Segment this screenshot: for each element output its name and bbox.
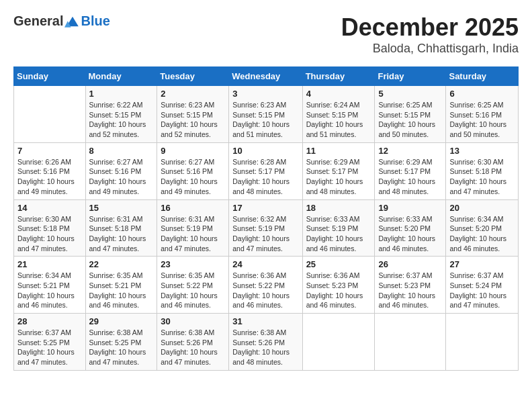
calendar-cell: 21Sunrise: 6:34 AM Sunset: 5:21 PM Dayli… — [14, 257, 86, 314]
logo-blue: Blue — [81, 13, 109, 29]
calendar-cell: 3Sunrise: 6:23 AM Sunset: 5:15 PM Daylig… — [229, 86, 302, 143]
weekday-header: Wednesday — [229, 67, 302, 86]
day-info: Sunrise: 6:37 AM Sunset: 5:24 PM Dayligh… — [449, 271, 515, 310]
calendar-cell: 10Sunrise: 6:28 AM Sunset: 5:17 PM Dayli… — [229, 142, 302, 199]
calendar-cell: 19Sunrise: 6:33 AM Sunset: 5:20 PM Dayli… — [375, 199, 446, 257]
day-info: Sunrise: 6:35 AM Sunset: 5:22 PM Dayligh… — [161, 271, 225, 310]
day-info: Sunrise: 6:25 AM Sunset: 5:15 PM Dayligh… — [378, 100, 442, 140]
day-number: 9 — [161, 146, 225, 156]
day-info: Sunrise: 6:37 AM Sunset: 5:25 PM Dayligh… — [17, 328, 82, 367]
day-number: 5 — [378, 89, 442, 99]
day-info: Sunrise: 6:27 AM Sunset: 5:16 PM Dayligh… — [161, 157, 225, 197]
calendar-cell: 9Sunrise: 6:27 AM Sunset: 5:16 PM Daylig… — [157, 142, 229, 199]
calendar-cell: 20Sunrise: 6:34 AM Sunset: 5:20 PM Dayli… — [446, 199, 519, 257]
location-title: Baloda, Chhattisgarh, India — [341, 42, 519, 56]
calendar-cell: 14Sunrise: 6:30 AM Sunset: 5:18 PM Dayli… — [14, 199, 86, 257]
calendar-cell — [375, 314, 446, 371]
weekday-header: Sunday — [14, 67, 86, 86]
calendar-cell: 25Sunrise: 6:36 AM Sunset: 5:23 PM Dayli… — [302, 257, 375, 314]
day-info: Sunrise: 6:26 AM Sunset: 5:16 PM Dayligh… — [17, 157, 82, 197]
day-number: 13 — [449, 146, 515, 156]
day-info: Sunrise: 6:29 AM Sunset: 5:17 PM Dayligh… — [306, 157, 371, 197]
day-number: 15 — [89, 203, 154, 213]
day-number: 14 — [17, 203, 82, 213]
calendar-cell: 4Sunrise: 6:24 AM Sunset: 5:15 PM Daylig… — [302, 86, 375, 143]
calendar-cell: 22Sunrise: 6:35 AM Sunset: 5:21 PM Dayli… — [85, 257, 157, 314]
day-number: 31 — [232, 316, 298, 326]
day-number: 2 — [161, 89, 225, 99]
day-info: Sunrise: 6:22 AM Sunset: 5:15 PM Dayligh… — [89, 100, 154, 140]
day-number: 27 — [449, 259, 515, 269]
calendar-cell: 11Sunrise: 6:29 AM Sunset: 5:17 PM Dayli… — [302, 142, 375, 199]
day-info: Sunrise: 6:30 AM Sunset: 5:18 PM Dayligh… — [449, 157, 515, 197]
calendar-cell: 15Sunrise: 6:31 AM Sunset: 5:18 PM Dayli… — [85, 199, 157, 257]
day-info: Sunrise: 6:36 AM Sunset: 5:22 PM Dayligh… — [232, 271, 298, 310]
calendar-cell: 30Sunrise: 6:38 AM Sunset: 5:26 PM Dayli… — [157, 314, 229, 371]
day-info: Sunrise: 6:37 AM Sunset: 5:23 PM Dayligh… — [378, 271, 442, 310]
logo-icon — [64, 15, 81, 28]
day-number: 24 — [232, 259, 298, 269]
calendar-cell: 27Sunrise: 6:37 AM Sunset: 5:24 PM Dayli… — [446, 257, 519, 314]
calendar-cell — [14, 86, 86, 143]
weekday-header: Tuesday — [157, 67, 229, 86]
day-number: 25 — [306, 259, 371, 269]
calendar-cell: 13Sunrise: 6:30 AM Sunset: 5:18 PM Dayli… — [446, 142, 519, 199]
day-info: Sunrise: 6:25 AM Sunset: 5:16 PM Dayligh… — [449, 100, 515, 140]
day-number: 6 — [449, 89, 515, 99]
day-number: 20 — [449, 203, 515, 213]
day-number: 21 — [17, 259, 82, 269]
calendar-cell: 31Sunrise: 6:38 AM Sunset: 5:26 PM Dayli… — [229, 314, 302, 371]
weekday-header: Monday — [85, 67, 157, 86]
day-number: 12 — [378, 146, 442, 156]
day-info: Sunrise: 6:33 AM Sunset: 5:20 PM Dayligh… — [378, 214, 442, 254]
day-number: 30 — [161, 316, 225, 326]
day-number: 23 — [161, 259, 225, 269]
day-info: Sunrise: 6:24 AM Sunset: 5:15 PM Dayligh… — [306, 100, 371, 140]
day-info: Sunrise: 6:27 AM Sunset: 5:16 PM Dayligh… — [89, 157, 154, 197]
weekday-header: Saturday — [446, 67, 519, 86]
day-number: 8 — [89, 146, 154, 156]
calendar-cell: 12Sunrise: 6:29 AM Sunset: 5:17 PM Dayli… — [375, 142, 446, 199]
day-number: 19 — [378, 203, 442, 213]
day-number: 1 — [89, 89, 154, 99]
calendar-cell: 17Sunrise: 6:32 AM Sunset: 5:19 PM Dayli… — [229, 199, 302, 257]
day-info: Sunrise: 6:23 AM Sunset: 5:15 PM Dayligh… — [232, 100, 298, 140]
calendar-cell: 2Sunrise: 6:23 AM Sunset: 5:15 PM Daylig… — [157, 86, 229, 143]
month-title: December 2025 — [341, 13, 519, 42]
logo-general: General — [13, 13, 63, 29]
day-info: Sunrise: 6:34 AM Sunset: 5:20 PM Dayligh… — [449, 214, 515, 254]
page-header: General Blue December 2025 Baloda, Chhat… — [13, 13, 519, 56]
day-info: Sunrise: 6:28 AM Sunset: 5:17 PM Dayligh… — [232, 157, 298, 197]
day-number: 4 — [306, 89, 371, 99]
day-number: 11 — [306, 146, 371, 156]
day-info: Sunrise: 6:34 AM Sunset: 5:21 PM Dayligh… — [17, 271, 82, 310]
logo: General Blue — [13, 13, 110, 29]
calendar-cell: 28Sunrise: 6:37 AM Sunset: 5:25 PM Dayli… — [14, 314, 86, 371]
calendar-cell — [302, 314, 375, 371]
day-number: 17 — [232, 203, 298, 213]
day-number: 18 — [306, 203, 371, 213]
day-number: 22 — [89, 259, 154, 269]
calendar-cell: 29Sunrise: 6:38 AM Sunset: 5:25 PM Dayli… — [85, 314, 157, 371]
day-info: Sunrise: 6:29 AM Sunset: 5:17 PM Dayligh… — [378, 157, 442, 197]
calendar-cell: 5Sunrise: 6:25 AM Sunset: 5:15 PM Daylig… — [375, 86, 446, 143]
calendar-cell: 18Sunrise: 6:33 AM Sunset: 5:19 PM Dayli… — [302, 199, 375, 257]
day-info: Sunrise: 6:33 AM Sunset: 5:19 PM Dayligh… — [306, 214, 371, 254]
calendar-table: SundayMondayTuesdayWednesdayThursdayFrid… — [13, 66, 519, 371]
calendar-cell: 1Sunrise: 6:22 AM Sunset: 5:15 PM Daylig… — [85, 86, 157, 143]
day-number: 3 — [232, 89, 298, 99]
calendar-cell: 8Sunrise: 6:27 AM Sunset: 5:16 PM Daylig… — [85, 142, 157, 199]
calendar-cell: 24Sunrise: 6:36 AM Sunset: 5:22 PM Dayli… — [229, 257, 302, 314]
day-info: Sunrise: 6:31 AM Sunset: 5:19 PM Dayligh… — [161, 214, 225, 254]
calendar-cell: 23Sunrise: 6:35 AM Sunset: 5:22 PM Dayli… — [157, 257, 229, 314]
calendar-cell: 16Sunrise: 6:31 AM Sunset: 5:19 PM Dayli… — [157, 199, 229, 257]
day-info: Sunrise: 6:38 AM Sunset: 5:26 PM Dayligh… — [232, 328, 298, 367]
day-info: Sunrise: 6:38 AM Sunset: 5:26 PM Dayligh… — [161, 328, 225, 367]
calendar-cell: 6Sunrise: 6:25 AM Sunset: 5:16 PM Daylig… — [446, 86, 519, 143]
day-number: 10 — [232, 146, 298, 156]
calendar-cell: 7Sunrise: 6:26 AM Sunset: 5:16 PM Daylig… — [14, 142, 86, 199]
day-number: 28 — [17, 316, 82, 326]
weekday-header: Thursday — [302, 67, 375, 86]
title-block: December 2025 Baloda, Chhattisgarh, Indi… — [341, 13, 519, 56]
day-info: Sunrise: 6:30 AM Sunset: 5:18 PM Dayligh… — [17, 214, 82, 254]
